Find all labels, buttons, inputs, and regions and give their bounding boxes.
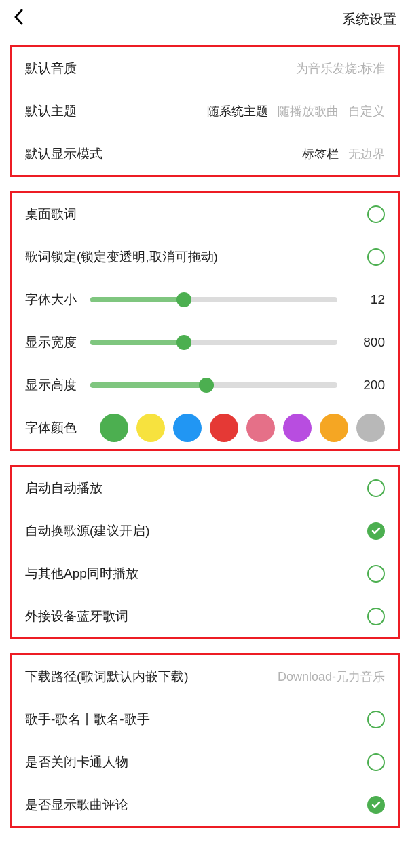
section-defaults: 默认音质 为音乐发烧:标准 默认主题 随系统主题 随播放歌曲 自定义 默认显示模… — [10, 45, 400, 177]
theme-opt-custom[interactable]: 自定义 — [348, 103, 385, 119]
display-opt-tab[interactable]: 标签栏 — [302, 146, 339, 162]
page-title: 系统设置 — [342, 10, 396, 28]
radio-desktop-lyrics[interactable] — [367, 205, 385, 223]
row-bt-lyrics[interactable]: 外接设备蓝牙歌词 — [25, 595, 385, 637]
row-desktop-lyrics[interactable]: 桌面歌词 — [25, 193, 385, 235]
swatch-blue[interactable] — [173, 414, 202, 442]
row-width: 显示宽度 800 — [25, 321, 385, 363]
slider-font-size[interactable] — [90, 297, 337, 302]
label-simultaneous: 与其他App同时播放 — [25, 565, 138, 583]
swatch-gray[interactable] — [356, 414, 385, 442]
back-icon[interactable] — [14, 9, 24, 30]
theme-options: 随系统主题 随播放歌曲 自定义 — [207, 103, 385, 119]
label-auto-source: 自动换歌源(建议开启) — [25, 522, 150, 540]
value-font-size: 12 — [351, 292, 385, 307]
swatch-pink[interactable] — [246, 414, 275, 442]
label-lock-lyrics: 歌词锁定(锁定变透明,取消可拖动) — [25, 248, 218, 266]
row-autoplay[interactable]: 启动自动播放 — [25, 467, 385, 509]
theme-opt-playing[interactable]: 随播放歌曲 — [278, 103, 339, 119]
radio-lock-lyrics[interactable] — [367, 248, 385, 266]
value-quality: 为音乐发烧:标准 — [296, 60, 385, 77]
label-width: 显示宽度 — [25, 334, 77, 351]
row-height: 显示高度 200 — [25, 363, 385, 406]
radio-name-format[interactable] — [367, 711, 385, 728]
section-lyrics: 桌面歌词 歌词锁定(锁定变透明,取消可拖动) 字体大小 12 显示宽度 800 … — [10, 191, 400, 451]
row-display-mode: 默认显示模式 标签栏 无边界 — [25, 132, 385, 175]
row-name-format[interactable]: 歌手-歌名丨歌名-歌手 — [25, 698, 385, 741]
section-download: 下载路径(歌词默认内嵌下载) Download-元力音乐 歌手-歌名丨歌名-歌手… — [10, 653, 400, 828]
value-download-path: Download-元力音乐 — [278, 669, 385, 685]
row-show-comments[interactable]: 是否显示歌曲评论 — [25, 783, 385, 826]
row-close-cartoon[interactable]: 是否关闭卡通人物 — [25, 741, 385, 783]
section-playback: 启动自动播放 自动换歌源(建议开启) 与其他App同时播放 外接设备蓝牙歌词 — [10, 465, 400, 639]
row-auto-source[interactable]: 自动换歌源(建议开启) — [25, 509, 385, 552]
swatch-orange[interactable] — [320, 414, 348, 442]
radio-autoplay[interactable] — [367, 479, 385, 497]
value-width: 800 — [351, 335, 385, 350]
label-autoplay: 启动自动播放 — [25, 479, 102, 497]
slider-width[interactable] — [90, 340, 337, 345]
radio-close-cartoon[interactable] — [367, 753, 385, 771]
label-height: 显示高度 — [25, 376, 77, 394]
display-options: 标签栏 无边界 — [302, 146, 385, 162]
radio-auto-source[interactable] — [367, 522, 385, 540]
header: 系统设置 — [0, 0, 410, 38]
label-close-cartoon: 是否关闭卡通人物 — [25, 753, 128, 771]
row-download-path[interactable]: 下载路径(歌词默认内嵌下载) Download-元力音乐 — [25, 655, 385, 698]
label-theme: 默认主题 — [25, 102, 77, 120]
slider-height[interactable] — [90, 382, 337, 388]
row-font-size: 字体大小 12 — [25, 278, 385, 321]
row-default-quality[interactable]: 默认音质 为音乐发烧:标准 — [25, 47, 385, 90]
swatch-purple[interactable] — [283, 414, 312, 442]
row-simultaneous[interactable]: 与其他App同时播放 — [25, 552, 385, 595]
row-lock-lyrics[interactable]: 歌词锁定(锁定变透明,取消可拖动) — [25, 235, 385, 278]
row-default-theme: 默认主题 随系统主题 随播放歌曲 自定义 — [25, 90, 385, 132]
label-name-format: 歌手-歌名丨歌名-歌手 — [25, 711, 150, 728]
radio-show-comments[interactable] — [367, 796, 385, 814]
swatch-yellow[interactable] — [136, 414, 165, 442]
value-height: 200 — [351, 378, 385, 393]
label-bt-lyrics: 外接设备蓝牙歌词 — [25, 608, 128, 625]
swatch-red[interactable] — [210, 414, 238, 442]
label-font-size: 字体大小 — [25, 291, 77, 309]
swatch-green[interactable] — [100, 414, 128, 442]
label-font-color: 字体颜色 — [25, 419, 77, 437]
theme-opt-system[interactable]: 随系统主题 — [207, 103, 268, 119]
radio-bt-lyrics[interactable] — [367, 608, 385, 625]
label-show-comments: 是否显示歌曲评论 — [25, 796, 128, 814]
row-font-color: 字体颜色 — [25, 406, 385, 449]
label-quality: 默认音质 — [25, 60, 77, 77]
label-display: 默认显示模式 — [25, 145, 102, 163]
color-swatches — [100, 414, 385, 442]
radio-simultaneous[interactable] — [367, 565, 385, 583]
label-desktop-lyrics: 桌面歌词 — [25, 205, 77, 223]
display-opt-borderless[interactable]: 无边界 — [348, 146, 385, 162]
label-download-path: 下载路径(歌词默认内嵌下载) — [25, 668, 189, 686]
